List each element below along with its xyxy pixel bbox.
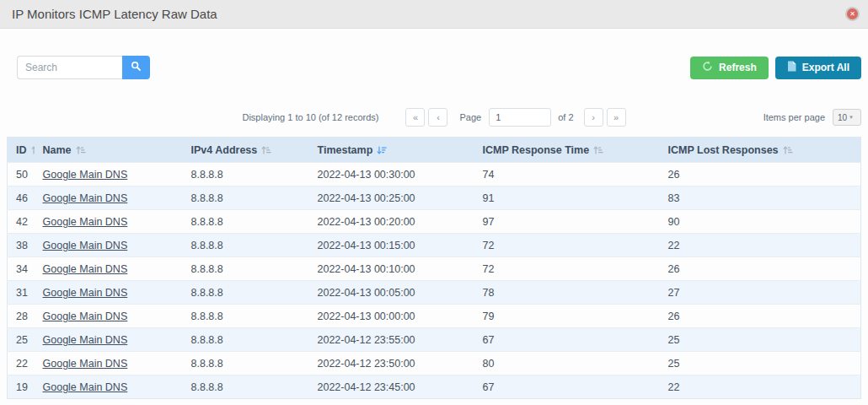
cell-id: 19 xyxy=(8,375,35,399)
cell-response-time: 74 xyxy=(474,163,660,186)
cell-timestamp: 2022-04-13 00:05:00 xyxy=(309,281,474,305)
column-label: IPv4 Address xyxy=(191,144,258,156)
cell-id: 22 xyxy=(8,352,35,375)
column-header-timestamp[interactable]: Timestamp xyxy=(309,138,474,163)
cell-timestamp: 2022-04-13 00:10:00 xyxy=(309,257,474,281)
column-header-id[interactable]: ID xyxy=(8,138,35,163)
page-number-input[interactable] xyxy=(489,108,551,127)
monitor-link[interactable]: Google Main DNS xyxy=(43,381,128,393)
monitor-link[interactable]: Google Main DNS xyxy=(43,263,128,275)
cell-name: Google Main DNS xyxy=(35,257,183,281)
sort-icon xyxy=(783,145,793,155)
cell-name: Google Main DNS xyxy=(35,375,183,399)
cell-lost-responses: 90 xyxy=(660,210,861,234)
cell-response-time: 79 xyxy=(474,305,660,328)
cell-response-time: 78 xyxy=(474,281,660,305)
items-per-page-select[interactable]: 10 ▾ xyxy=(833,109,861,126)
column-header-name[interactable]: Name xyxy=(35,138,183,163)
table-row: 31Google Main DNS8.8.8.82022-04-13 00:05… xyxy=(8,281,861,305)
export-document-icon xyxy=(787,61,796,74)
cell-name: Google Main DNS xyxy=(35,352,183,375)
table-row: 34Google Main DNS8.8.8.82022-04-13 00:10… xyxy=(8,257,861,281)
items-per-page-value: 10 xyxy=(838,113,847,122)
close-icon[interactable]: ✕ xyxy=(845,7,860,21)
records-summary: Displaying 1 to 10 (of 12 records) xyxy=(242,112,378,122)
monitor-link[interactable]: Google Main DNS xyxy=(43,287,128,299)
table-body: 50Google Main DNS8.8.8.82022-04-13 00:30… xyxy=(8,163,861,399)
table-row: 38Google Main DNS8.8.8.82022-04-13 00:15… xyxy=(8,234,861,257)
cell-id: 38 xyxy=(8,234,35,257)
column-header-icmp_lost_responses[interactable]: ICMP Lost Responses xyxy=(660,138,861,163)
cell-timestamp: 2022-04-13 00:20:00 xyxy=(309,210,474,234)
cell-ipv4: 8.8.8.8 xyxy=(183,257,309,281)
table-row: 42Google Main DNS8.8.8.82022-04-13 00:20… xyxy=(8,210,861,234)
cell-name: Google Main DNS xyxy=(35,281,183,305)
cell-lost-responses: 22 xyxy=(660,375,861,399)
cell-lost-responses: 27 xyxy=(660,281,861,305)
monitor-link[interactable]: Google Main DNS xyxy=(43,192,128,204)
refresh-button[interactable]: Refresh xyxy=(690,57,769,79)
cell-timestamp: 2022-04-13 00:30:00 xyxy=(309,163,474,186)
cell-ipv4: 8.8.8.8 xyxy=(183,186,309,210)
table-header: IDNameIPv4 AddressTimestampICMP Response… xyxy=(8,138,861,163)
search-icon xyxy=(131,61,142,74)
first-page-button[interactable]: « xyxy=(405,108,425,127)
table-row: 25Google Main DNS8.8.8.82022-04-12 23:55… xyxy=(8,328,861,352)
cell-lost-responses: 22 xyxy=(660,234,861,257)
cell-name: Google Main DNS xyxy=(35,163,183,186)
sort-icon xyxy=(593,145,603,155)
monitor-link[interactable]: Google Main DNS xyxy=(43,310,128,322)
search-button[interactable] xyxy=(122,56,150,79)
cell-response-time: 72 xyxy=(474,234,660,257)
cell-lost-responses: 25 xyxy=(660,352,861,375)
cell-ipv4: 8.8.8.8 xyxy=(183,163,309,186)
table-header-row: IDNameIPv4 AddressTimestampICMP Response… xyxy=(8,138,861,163)
cell-timestamp: 2022-04-12 23:45:00 xyxy=(309,375,474,399)
export-all-button[interactable]: Export All xyxy=(775,57,861,79)
cell-id: 31 xyxy=(8,281,35,305)
next-page-button[interactable]: › xyxy=(584,108,603,127)
export-all-button-label: Export All xyxy=(802,62,849,73)
monitor-link[interactable]: Google Main DNS xyxy=(43,216,128,228)
cell-response-time: 67 xyxy=(474,375,660,399)
search-group xyxy=(17,56,150,79)
cell-lost-responses: 26 xyxy=(660,305,861,328)
cell-name: Google Main DNS xyxy=(35,234,183,257)
pagination-bar: Displaying 1 to 10 (of 12 records) « ‹ P… xyxy=(0,107,868,127)
cell-name: Google Main DNS xyxy=(35,186,183,210)
last-page-button[interactable]: » xyxy=(607,108,626,127)
cell-ipv4: 8.8.8.8 xyxy=(183,281,309,305)
page-count-label: of 2 xyxy=(558,112,573,122)
monitor-link[interactable]: Google Main DNS xyxy=(43,334,128,346)
items-per-page-label: Items per page xyxy=(764,112,825,122)
cell-timestamp: 2022-04-13 00:00:00 xyxy=(309,305,474,328)
monitor-link[interactable]: Google Main DNS xyxy=(43,358,128,370)
cell-lost-responses: 83 xyxy=(660,186,861,210)
cell-response-time: 80 xyxy=(474,352,660,375)
cell-ipv4: 8.8.8.8 xyxy=(183,210,309,234)
cell-ipv4: 8.8.8.8 xyxy=(183,352,309,375)
refresh-icon xyxy=(702,61,713,74)
search-input[interactable] xyxy=(17,56,122,79)
monitor-link[interactable]: Google Main DNS xyxy=(43,169,128,181)
cell-id: 28 xyxy=(8,305,35,328)
cell-ipv4: 8.8.8.8 xyxy=(183,375,309,399)
sort-icon xyxy=(31,145,35,155)
table-row: 19Google Main DNS8.8.8.82022-04-12 23:45… xyxy=(8,375,861,399)
cell-name: Google Main DNS xyxy=(35,328,183,352)
column-label: Name xyxy=(43,144,72,156)
table-row: 46Google Main DNS8.8.8.82022-04-13 00:25… xyxy=(8,186,861,210)
cell-lost-responses: 25 xyxy=(660,328,861,352)
titlebar: IP Monitors ICMP Latency Raw Data ✕ xyxy=(0,0,868,29)
column-header-ipv4[interactable]: IPv4 Address xyxy=(183,138,309,163)
page-label: Page xyxy=(459,112,481,122)
column-label: Timestamp xyxy=(318,144,373,156)
column-header-icmp_response_time[interactable]: ICMP Response Time xyxy=(474,138,660,163)
prev-page-button[interactable]: ‹ xyxy=(428,108,447,127)
cell-response-time: 67 xyxy=(474,328,660,352)
cell-ipv4: 8.8.8.8 xyxy=(183,234,309,257)
sort-icon xyxy=(377,145,387,155)
sort-icon xyxy=(261,145,271,155)
monitor-link[interactable]: Google Main DNS xyxy=(43,240,128,251)
cell-timestamp: 2022-04-13 00:25:00 xyxy=(309,186,474,210)
